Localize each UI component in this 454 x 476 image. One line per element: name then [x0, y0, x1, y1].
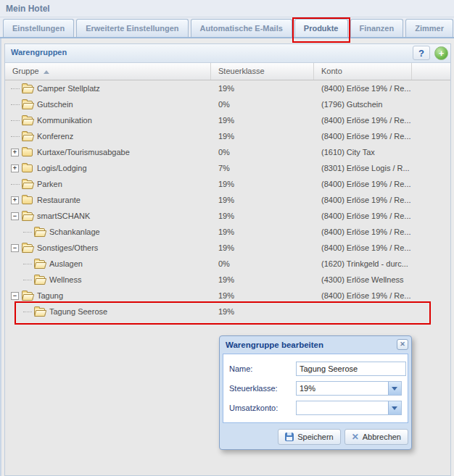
tree-indent	[9, 264, 22, 264]
table-row[interactable]: Wellness19%(4300) Erlöse Wellness	[5, 272, 450, 288]
table-row[interactable]: Auslagen0%(1620) Trinkgeld - durc...	[5, 256, 450, 272]
chevron-down-icon[interactable]	[388, 401, 401, 414]
tab-erweiterte-einstellungen[interactable]: Erweiterte Einstellungen	[76, 19, 188, 37]
column-header-filler	[412, 63, 450, 80]
save-button[interactable]: Speichern	[278, 429, 341, 445]
group-name: smartSCHANK	[37, 208, 90, 224]
tab-produkte[interactable]: Produkte	[294, 19, 348, 37]
konto-cell: (8400) Erlöse 19% / Re...	[314, 224, 450, 240]
tab-label: Produkte	[304, 24, 339, 33]
save-button-label: Speichern	[297, 433, 334, 441]
cancel-button-label: Abbrechen	[363, 433, 401, 441]
tab-zimmer[interactable]: Zimmer	[405, 19, 453, 37]
collapse-icon[interactable]: −	[11, 292, 19, 300]
tab-label: Finanzen	[360, 24, 395, 33]
table-row[interactable]: Tagung Seerose19%	[5, 304, 450, 320]
dialog-header[interactable]: Warengruppe bearbeiten ✕	[223, 339, 408, 354]
konto-cell: (1620) Trinkgeld - durc...	[314, 256, 450, 272]
tax-class-cell: 19%	[211, 208, 314, 224]
tabstrip: Einstellungen Erweiterte Einstellungen A…	[0, 20, 454, 38]
tree-line	[23, 232, 32, 233]
table-row[interactable]: Parken19%(8400) Erlöse 19% / Re...	[5, 176, 450, 192]
group-cell: +Restaurante	[5, 192, 211, 208]
tab-finanzen[interactable]: Finanzen	[350, 19, 404, 37]
folder-icon	[22, 133, 33, 141]
tax-class-cell: 19%	[211, 304, 314, 320]
screen: Mein Hotel Einstellungen Erweiterte Eins…	[0, 0, 454, 476]
folder-icon	[22, 180, 33, 188]
cancel-button[interactable]: ✕ Abbrechen	[344, 429, 408, 445]
group-cell: Schankanlage	[5, 224, 211, 240]
folder-icon	[34, 276, 45, 284]
tree-line	[11, 136, 20, 137]
group-name: Restaurante	[37, 192, 81, 208]
tree-line	[23, 280, 32, 280]
group-cell: +Kurtaxe/Tourismusabgabe	[5, 144, 211, 160]
dialog-footer: Speichern ✕ Abbrechen	[223, 423, 408, 446]
expand-icon[interactable]: +	[11, 196, 19, 204]
tab-label: Zimmer	[415, 24, 444, 33]
group-cell: −smartSCHANK	[5, 208, 211, 224]
column-label: Steuerklasse	[218, 67, 265, 75]
table-row[interactable]: Kommunikation19%(8400) Erlöse 19% / Re..…	[5, 112, 450, 128]
column-header-konto[interactable]: Konto	[314, 63, 412, 80]
close-icon[interactable]: ✕	[397, 339, 408, 350]
konto-cell: (8400) Erlöse 19% / Re...	[314, 288, 450, 304]
table-row[interactable]: Schankanlage19%(8400) Erlöse 19% / Re...	[5, 224, 450, 240]
table-row[interactable]: −Sonstiges/Others19%(8400) Erlöse 19% / …	[5, 240, 450, 256]
tab-automatische-emails[interactable]: Automatische E-Mails	[191, 19, 292, 37]
panel-title: Warengruppen	[11, 48, 67, 57]
collapse-icon[interactable]: −	[11, 244, 19, 252]
table-row[interactable]: −smartSCHANK19%(8400) Erlöse 19% / Re...	[5, 208, 450, 224]
table-row[interactable]: +Logis/Lodging7%(8301) Erlöse Logis / R.…	[5, 160, 450, 176]
folder-icon	[34, 228, 45, 236]
table-row[interactable]: Gutschein0%(1796) Gutschein	[5, 96, 450, 112]
name-field-wrap	[296, 362, 406, 376]
konto-cell: (8400) Erlöse 19% / Re...	[314, 240, 450, 256]
column-header-steuerklasse[interactable]: Steuerklasse	[211, 63, 314, 80]
chevron-down-icon[interactable]	[388, 382, 401, 395]
add-icon[interactable]: +	[434, 46, 448, 60]
tree-indent	[9, 232, 22, 233]
group-name: Sonstiges/Others	[37, 240, 98, 256]
sort-asc-icon	[44, 70, 49, 74]
group-name: Konferenz	[37, 128, 73, 144]
umsatzkonto-value	[297, 401, 388, 414]
umsatzkonto-combo[interactable]	[296, 401, 402, 415]
table-row[interactable]: +Restaurante19%(8400) Erlöse 19% / Re...	[5, 192, 450, 208]
field-row-name: Name:	[229, 361, 402, 376]
konto-cell: (4300) Erlöse Wellness	[314, 272, 450, 288]
table-row[interactable]: +Kurtaxe/Tourismusabgabe0%(1610) City Ta…	[5, 144, 450, 160]
panel-header: Warengruppen ? +	[5, 44, 450, 63]
group-name: Tagung	[37, 288, 63, 304]
table-row[interactable]: −Tagung19%(8400) Erlöse 19% / Re...	[5, 288, 450, 304]
table-row[interactable]: Konferenz19%(8400) Erlöse 19% / Re...	[5, 128, 450, 144]
expand-icon[interactable]: +	[11, 164, 19, 172]
tax-class-cell: 7%	[211, 160, 314, 176]
column-header-gruppe[interactable]: Gruppe	[5, 63, 211, 80]
folder-icon	[22, 212, 33, 220]
group-cell: +Logis/Lodging	[5, 160, 211, 176]
umsatzkonto-label: Umsatzkonto:	[229, 404, 296, 412]
expand-icon[interactable]: +	[11, 149, 19, 156]
table-row[interactable]: Camper Stellplatz19%(8400) Erlöse 19% / …	[5, 80, 450, 96]
konto-cell: (8400) Erlöse 19% / Re...	[314, 208, 450, 224]
collapse-icon[interactable]: −	[11, 212, 19, 220]
tab-label: Automatische E-Mails	[200, 24, 283, 33]
tab-einstellungen[interactable]: Einstellungen	[3, 19, 74, 37]
folder-icon	[22, 149, 33, 156]
group-name: Kommunikation	[37, 112, 92, 128]
help-icon[interactable]: ?	[413, 46, 430, 60]
tax-class-cell: 19%	[211, 192, 314, 208]
group-name: Schankanlage	[49, 224, 100, 240]
tree-indent	[9, 312, 22, 312]
steuerklasse-label: Steuerklasse:	[229, 384, 296, 393]
folder-icon	[22, 101, 33, 109]
konto-cell	[314, 304, 450, 320]
konto-cell: (8400) Erlöse 19% / Re...	[314, 192, 450, 208]
steuerklasse-combo[interactable]: 19%	[296, 381, 402, 396]
name-field[interactable]	[297, 362, 405, 375]
tree-line	[11, 104, 20, 105]
group-cell: −Sonstiges/Others	[5, 240, 211, 256]
tree-line	[23, 264, 32, 264]
